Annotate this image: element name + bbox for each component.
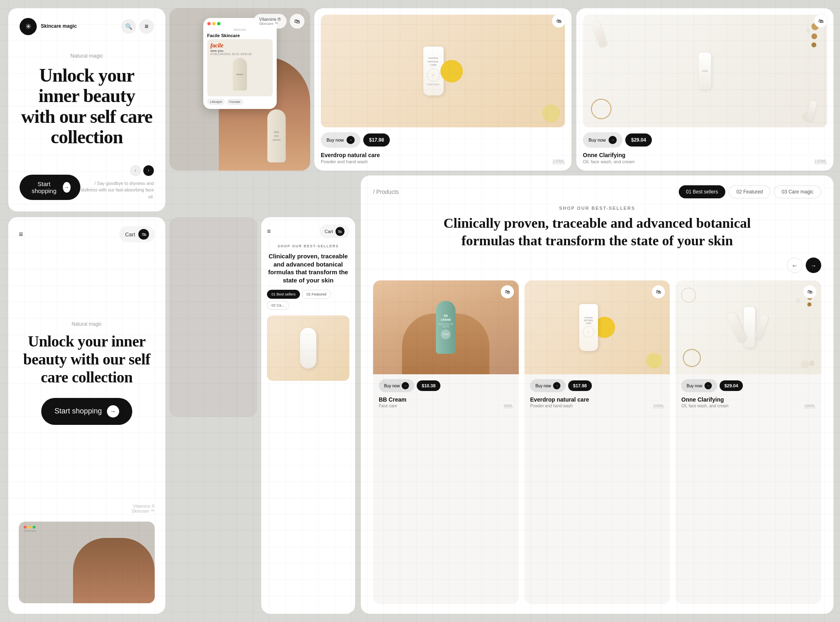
label-lifestyle: Lifestyle — [207, 99, 225, 105]
onne2-bottle2 — [744, 307, 755, 348]
onne-card-bottom: 🛍 — [676, 280, 821, 604]
products-header: / Products 01 Best sellers 02 Featured 0… — [373, 185, 821, 198]
mobile-cart-icon: 🛍 — [138, 229, 149, 240]
phone-overlay-nav: Vitamins ® Skincare ™ 🛍 — [253, 14, 304, 29]
everdrop-cart-button[interactable]: 🛍 — [552, 14, 566, 28]
everdrop-price: $17.98 — [363, 133, 390, 147]
everdrop-card-top: 🛍 everdropNATURAL CARE e HAND WASH Bu — [314, 8, 571, 171]
onne-cart-button[interactable]: 🛍 — [814, 14, 828, 28]
onne-size: 100ML — [814, 159, 827, 164]
bb-info: BB Cream Face care — [379, 396, 407, 408]
traffic-red — [207, 22, 211, 25]
onne2-wire2 — [680, 286, 698, 304]
bb-name: BB Cream — [379, 396, 407, 403]
onne-bottle1: ONNE — [699, 53, 711, 89]
bb-price: $10.38 — [417, 380, 440, 391]
inner-product-series: HYALURONIC ACID SERUM — [211, 53, 269, 56]
onne2-info-row: Onne Clarifying Oil, face wash, and crea… — [681, 396, 816, 408]
filter-featured-btn[interactable]: 02 Featured — [729, 185, 771, 198]
hero-description: / Say goodbye to dryness and dullness wi… — [80, 180, 154, 200]
filter-bestsellers-btn[interactable]: 01 Best sellers — [679, 185, 726, 198]
onne2-cart-button[interactable]: 🛍 — [803, 285, 816, 298]
onne-cross: ⊕ — [806, 27, 811, 33]
sphere3 — [811, 42, 816, 47]
blank-panel — [169, 217, 257, 417]
product-tube-shape: serum — [233, 58, 247, 91]
everdrop-card-bottom: 🛍 everdropNATURAL CARE e — [524, 280, 670, 604]
bb-cream-cart-button[interactable]: 🛍 — [501, 285, 514, 298]
inner-product-brand: facile — [211, 42, 269, 49]
inner-product-preview: facile dew you HYALURONIC ACID SERUM ser… — [207, 39, 273, 96]
bb-buy-button[interactable]: Buy now → — [379, 379, 414, 392]
everdrop-desc: Powder and hand wash — [321, 159, 380, 164]
onne-buy-arrow: → — [609, 136, 617, 144]
next-dot[interactable]: › — [143, 165, 154, 176]
onne2-info: Onne Clarifying Oil, face wash, and crea… — [681, 396, 729, 408]
mobile-hero-panel: ≡ Cart 🛍 Natural magic Unlock your inner… — [8, 217, 165, 614]
onne-bottle2 — [591, 20, 607, 48]
phone-cart-icon[interactable]: 🛍 — [290, 14, 304, 29]
everdrop2-lemon2 — [646, 353, 662, 369]
onne-buy-row: Buy now → $29.04 — [583, 132, 827, 148]
logo-mark: ✳ — [20, 18, 37, 35]
start-shopping-button[interactable]: Start shopping → — [20, 175, 80, 200]
logo-wrap: ✳ Skincare magic — [20, 18, 77, 35]
menu-button[interactable]: ≡ — [139, 19, 154, 34]
mobile-hero-subtitle: Natural magic — [71, 321, 102, 327]
onne2-shell2 — [809, 360, 815, 366]
label-female: Female — [227, 99, 243, 105]
onne2-wire1 — [680, 347, 703, 369]
bb-buy-row: Buy now → $10.38 — [379, 379, 513, 392]
onne2-price: $29.04 — [720, 380, 743, 391]
prev-dot[interactable]: ‹ — [130, 165, 141, 176]
traffic-yellow — [212, 22, 216, 25]
mini-product-preview — [267, 315, 349, 381]
mini-filter-bestsellers[interactable]: 01 Best sellers — [267, 290, 300, 299]
prev-slide-button[interactable]: ← — [787, 258, 802, 273]
everdrop2-info: Everdrop natural care Powder and hand wa… — [530, 396, 589, 408]
phone-preview-panel: Vitamins ® Skincare ™ 🛍 Skincare Facile … — [169, 8, 310, 171]
everdrop2-arrow-icon: → — [553, 382, 560, 389]
everdrop2-price: $17.98 — [568, 380, 592, 391]
mini-filter-featured[interactable]: 02 Featured — [302, 290, 331, 299]
mini-menu-icon[interactable]: ≡ — [267, 228, 271, 235]
onne2-buy-row: Buy now → $29.04 — [681, 379, 816, 392]
hero-panel: ✳ Skincare magic 🔍 ≡ Natural magic Unloc… — [8, 8, 165, 211]
everdrop2-info-row: Everdrop natural care Powder and hand wa… — [530, 396, 664, 408]
everdrop2-name: Everdrop natural care — [530, 396, 589, 403]
product-in-hand: dewyouserum — [267, 109, 286, 162]
sphere2 — [811, 33, 817, 39]
everdrop2-img: everdropNATURAL CARE e — [524, 280, 670, 374]
onne-bottle3 — [806, 100, 817, 122]
next-slide-button[interactable]: → — [806, 258, 821, 273]
filter-caremagic-btn[interactable]: 03 Care magic — [774, 185, 821, 198]
onne-products: ONNE ⊕ — [699, 53, 711, 89]
onne2-body: Buy now → $29.04 Onne Clarifying Oil, fa… — [676, 374, 821, 413]
products-overline: SHOP OUR BEST-SELLERS — [373, 206, 821, 211]
cta-arrow-icon: → — [63, 182, 71, 193]
mobile-cart-pill[interactable]: Cart 🛍 — [119, 226, 155, 242]
mobile-bottom-labels: Vitamins ® Skincare ™ — [19, 504, 155, 513]
mobile-traffic-lights — [24, 526, 36, 529]
products-grid: 🛍 BBCRÈME TEINT PEAU DE PÊCHE TRéW — [373, 280, 821, 604]
top-product-cards: 🛍 everdropNATURAL CARE e HAND WASH Bu — [314, 8, 833, 171]
onne-buy-button[interactable]: Buy now → — [583, 132, 622, 148]
bb-info-row: BB Cream Face care 60ML — [379, 396, 513, 408]
nav-dots-row: ‹ › — [80, 165, 154, 176]
onne2-buy-button[interactable]: Buy now → — [681, 379, 717, 392]
mini-filter-ca[interactable]: 02 Ca... — [267, 301, 289, 310]
everdrop2-body: Buy now → $17.98 Everdrop natural care P… — [524, 374, 670, 413]
onne-img-area: ONNE ⊕ — [583, 15, 827, 127]
mobile-skincare-label: Skincare ™ — [131, 509, 155, 513]
search-button[interactable]: 🔍 — [121, 19, 136, 34]
hero-cta-area: Start shopping → — [20, 175, 80, 200]
everdrop2-buy-button[interactable]: Buy now → — [530, 379, 566, 392]
lemon-shape — [440, 60, 463, 82]
everdrop-info: Everdrop natural care Powder and hand wa… — [321, 152, 380, 164]
everdrop-buy-button[interactable]: Buy now → — [321, 132, 360, 148]
everdrop-name: Everdrop natural care — [321, 152, 380, 158]
onne-info: Onne Clarifying Oil, face wash, and crea… — [583, 152, 635, 164]
mini-cart-pill[interactable]: Cart 🛍 — [320, 224, 349, 238]
mobile-start-shopping-button[interactable]: Start shopping → — [41, 398, 132, 425]
mobile-menu-icon[interactable]: ≡ — [19, 230, 23, 239]
